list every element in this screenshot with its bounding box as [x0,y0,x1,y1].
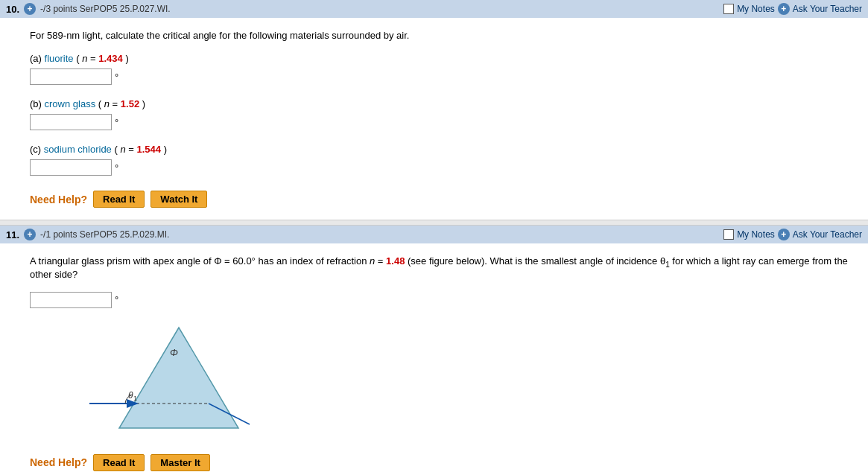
sub-10b-input[interactable] [30,114,112,130]
question-11-points: -/1 points SerPOP5 25.P.029.MI. [40,229,169,240]
sub-10c-material: sodium chloride [44,144,112,155]
question-10-container: 10. + -/3 points SerPOP5 25.P.027.WI. My… [0,0,868,220]
sub-question-10b: (b) crown glass ( n = 1.52 ) ° [30,98,853,130]
question-11-body: A triangular glass prism with apex angle… [0,243,868,472]
ask-teacher-link-11[interactable]: Ask Your Teacher [793,229,862,240]
question-10-number: 10. [6,4,19,15]
notes-icon-10 [723,4,734,14]
my-notes-link-11[interactable]: My Notes [737,229,775,240]
question-10-header: 10. + -/3 points SerPOP5 25.P.027.WI. My… [0,0,868,18]
sub-10c-input-row: ° [30,159,853,176]
sub-10c-n-label: n [120,144,125,155]
my-notes-link-10[interactable]: My Notes [737,4,775,14]
expand-icon-11[interactable]: + [24,229,36,240]
question-11-number: 11. [6,229,19,240]
ask-teacher-link-10[interactable]: Ask Your Teacher [793,4,862,14]
question-10-body: For 589-nm light, calculate the critical… [0,18,868,220]
question-11-container: 11. + -/1 points SerPOP5 25.P.029.MI. My… [0,226,868,472]
read-it-button-10[interactable]: Read It [93,191,145,208]
sub-10a-input-row: ° [30,68,853,85]
sub-10c-input[interactable] [30,159,112,176]
sub-10c-n-value: 1.544 [137,144,162,155]
prism-figure: θ 1 Φ [75,320,283,439]
sub-10b-n-label: n [104,98,110,109]
ask-teacher-plus-10[interactable]: + [778,3,790,15]
expand-icon-10[interactable]: + [24,3,36,15]
question-10-text: For 589-nm light, calculate the critical… [30,30,853,41]
sub-question-10c: (c) sodium chloride ( n = 1.544 ) ° [30,144,853,176]
need-help-10: Need Help? Read It Watch It [30,191,853,208]
svg-marker-0 [119,328,238,428]
master-it-button-11[interactable]: Master It [151,454,209,471]
sub-10a-material: fluorite [45,53,74,64]
sub-10a-n-value: 1.434 [98,53,123,64]
svg-text:1: 1 [133,395,137,402]
read-it-button-11[interactable]: Read It [93,454,145,471]
svg-text:Φ: Φ [170,347,178,358]
question-10-header-left: 10. + -/3 points SerPOP5 25.P.027.WI. [6,3,171,15]
sub-10b-material: crown glass [45,98,96,109]
q11-degree: ° [115,294,118,305]
sub-label-10b: (b) crown glass ( n = 1.52 ) [30,98,853,109]
sub-10b-degree: ° [115,117,118,128]
sub-10a-degree: ° [115,71,118,83]
question-10-header-right: My Notes + Ask Your Teacher [723,3,862,15]
watch-it-button-10[interactable]: Watch It [151,191,207,208]
need-help-11: Need Help? Read It Master It [30,454,853,471]
need-help-label-11: Need Help? [30,456,87,468]
sub-10a-input[interactable] [30,68,112,85]
question-11-header-right: My Notes + Ask Your Teacher [723,229,862,240]
q11-input-row: ° [30,292,853,308]
sub-label-10c: (c) sodium chloride ( n = 1.544 ) [30,144,853,155]
q11-input[interactable] [30,292,112,308]
sub-10c-degree: ° [115,162,118,173]
need-help-label-10: Need Help? [30,194,87,205]
sub-label-10a: (a) fluorite ( n = 1.434 ) [30,53,853,64]
question-11-text: A triangular glass prism with apex angle… [30,255,853,280]
sub-question-10a: (a) fluorite ( n = 1.434 ) ° [30,53,853,85]
q11-n-label: n [370,255,375,267]
prism-svg: θ 1 Φ [75,320,283,439]
sub-10b-n-value: 1.52 [121,98,139,109]
question-11-header: 11. + -/1 points SerPOP5 25.P.029.MI. My… [0,226,868,243]
section-divider [0,220,868,226]
question-11-header-left: 11. + -/1 points SerPOP5 25.P.029.MI. [6,229,169,240]
q11-n-value: 1.48 [386,255,405,267]
ask-teacher-plus-11[interactable]: + [778,229,790,240]
sub-10b-input-row: ° [30,114,853,130]
sub-10a-n-label: n [82,53,87,64]
notes-icon-11 [723,229,734,240]
question-10-points: -/3 points SerPOP5 25.P.027.WI. [40,4,171,14]
